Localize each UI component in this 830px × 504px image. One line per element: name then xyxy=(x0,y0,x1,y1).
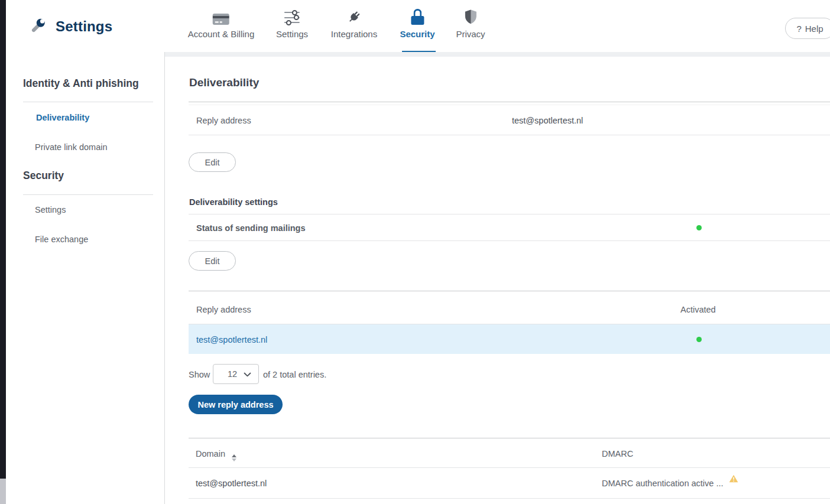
sidebar-rule xyxy=(23,194,153,195)
main-content: Deliverability Reply address test@spotle… xyxy=(165,57,830,504)
dmarc-status-cell: DMARC authentication active ... xyxy=(602,479,724,488)
sort-icon[interactable] xyxy=(232,454,236,461)
question-mark-icon: ? xyxy=(796,24,801,34)
tab-account-billing[interactable]: Account & Billing xyxy=(188,8,255,45)
table-border xyxy=(189,105,830,105)
left-scrollbar-track xyxy=(0,479,6,504)
table-border xyxy=(189,214,830,214)
domain-header-label: Domain xyxy=(196,449,225,459)
reply-address-value: test@spotlertest.nl xyxy=(512,116,583,125)
reply-address-cell[interactable]: test@spotlertest.nl xyxy=(196,335,267,344)
table-border xyxy=(189,135,830,135)
wrench-icon xyxy=(30,17,47,37)
edit-deliverability-settings-button[interactable]: Edit xyxy=(189,251,236,271)
sidebar-item-deliverability[interactable]: Deliverability xyxy=(36,113,89,122)
brand: Settings xyxy=(30,17,112,37)
table-border xyxy=(189,291,830,291)
tab-label: Privacy xyxy=(456,29,485,39)
page-size-select[interactable]: 12 xyxy=(213,364,259,384)
section-heading: Deliverability xyxy=(189,76,259,89)
reply-address-label: Reply address xyxy=(196,116,251,125)
table-border xyxy=(189,438,830,438)
help-button[interactable]: ? Help xyxy=(785,18,830,39)
table-border xyxy=(189,102,830,102)
settings-page: Settings Account & Billing Settings xyxy=(0,0,830,504)
warning-icon[interactable] xyxy=(729,474,738,485)
show-label: Show xyxy=(189,370,210,379)
left-scrollbar-thumb[interactable] xyxy=(0,0,6,479)
sliders-icon xyxy=(284,8,300,25)
status-of-sending-mailings-label: Status of sending mailings xyxy=(196,223,306,233)
content-top-gap xyxy=(165,52,830,57)
column-header-domain[interactable]: Domain xyxy=(196,449,236,461)
table-row-selected[interactable]: test@spotlertest.nl xyxy=(189,324,830,354)
lock-icon xyxy=(410,8,424,25)
total-entries-label: of 2 total entries. xyxy=(263,370,326,379)
sidebar-section-security: Security xyxy=(23,170,64,182)
sidebar: Identity & Anti phishing Deliverability … xyxy=(6,52,164,504)
column-header-reply-address: Reply address xyxy=(196,305,251,314)
sidebar-section-identity: Identity & Anti phishing xyxy=(23,77,139,90)
domain-cell: test@spotlertest.nl xyxy=(196,479,267,488)
tab-label: Security xyxy=(400,29,435,39)
tab-privacy[interactable]: Privacy xyxy=(456,8,485,45)
plug-icon xyxy=(346,8,362,25)
sidebar-item-settings[interactable]: Settings xyxy=(35,205,66,214)
deliverability-settings-heading: Deliverability settings xyxy=(189,197,278,207)
tab-settings[interactable]: Settings xyxy=(276,8,308,45)
tab-label: Account & Billing xyxy=(188,29,255,39)
credit-card-icon xyxy=(213,8,229,25)
shield-icon xyxy=(463,8,478,25)
column-header-dmarc: DMARC xyxy=(602,449,633,459)
status-active-dot xyxy=(696,225,702,230)
sidebar-item-private-link-domain[interactable]: Private link domain xyxy=(35,142,108,152)
new-reply-address-button[interactable]: New reply address xyxy=(189,395,283,414)
help-label: Help xyxy=(805,24,823,34)
tab-label: Settings xyxy=(276,29,308,39)
table-border xyxy=(189,498,830,499)
page-title: Settings xyxy=(56,18,112,35)
sidebar-item-file-exchange[interactable]: File exchange xyxy=(35,235,88,244)
tab-label: Integrations xyxy=(331,29,377,39)
header: Settings Account & Billing Settings xyxy=(6,0,830,52)
page-size-value: 12 xyxy=(228,369,237,379)
edit-reply-address-button[interactable]: Edit xyxy=(189,152,236,172)
activated-dot xyxy=(696,337,702,342)
tab-integrations[interactable]: Integrations xyxy=(331,8,377,45)
chevron-down-icon xyxy=(244,369,251,379)
sidebar-rule xyxy=(23,102,153,102)
table-border xyxy=(189,467,830,468)
column-header-activated: Activated xyxy=(680,305,716,314)
tab-security[interactable]: Security xyxy=(400,8,435,45)
table-border xyxy=(189,240,830,241)
